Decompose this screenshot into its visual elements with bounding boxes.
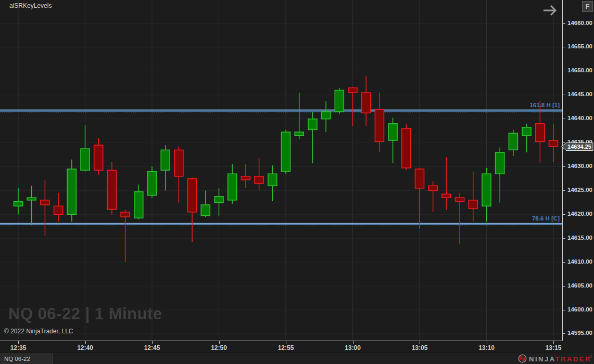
bottom-tab-bar: NQ 06-22 NINJATRADER® [0,353,594,364]
price-axis-tick [563,23,565,24]
time-axis-tick [152,341,153,344]
price-tick-label: 14655.00 [567,43,592,49]
candle [67,160,76,222]
candle [201,191,210,217]
ninjatrader-chart-window: NQ 06-22 | 1 Minute © 2022 NinjaTrader, … [0,0,594,364]
price-tick-label: 14605.00 [567,282,592,289]
time-tick-label: 13:00 [342,344,364,352]
candle [228,164,237,204]
candle [442,157,451,210]
price-tick-label: 14595.00 [567,330,592,336]
candle [14,188,23,215]
time-tick-label: 13:05 [408,344,431,352]
candle [41,180,49,236]
candle [362,76,371,126]
sr-level-label: 78.6 H [C] [532,215,560,222]
ninjatrader-logo-icon [518,354,527,363]
time-axis-tick [420,341,420,344]
candlestick-chart: 161.8 H [1]78.6 H [C] [0,0,562,341]
price-axis-tick [563,47,565,47]
price-tick-label: 14660.00 [567,20,592,26]
candle [295,93,304,139]
time-axis-tick [219,341,220,344]
candle [54,193,63,222]
time-axis-tick [18,341,19,344]
time-axis-tick [286,341,286,344]
price-axis-tick [563,238,565,239]
fixed-scale-button[interactable]: F [582,1,593,12]
go-to-end-arrow-icon[interactable] [542,3,559,18]
brand-registered-mark: ® [590,355,592,358]
candle [402,124,411,171]
candle [496,148,504,203]
candle [255,159,263,191]
price-axis-tick [563,333,565,334]
indicator-name-label: aiSRKeyLevels [9,2,52,9]
candle [522,124,531,152]
candle [282,129,290,174]
time-tick-label: 12:55 [274,344,297,352]
price-tick-label: 14650.00 [567,67,592,73]
time-tick-label: 13:10 [475,344,498,352]
time-axis-tick [85,341,86,344]
candle [308,112,317,163]
price-axis-tick [563,190,565,191]
candle [214,188,223,216]
price-tick-label: 14645.00 [567,91,592,97]
svg-text:14634.25: 14634.25 [567,144,591,150]
candle [148,167,157,198]
brand-ninja: NINJA [529,355,555,363]
time-tick-label: 12:40 [74,344,97,352]
candle [134,185,143,219]
candle [335,88,344,114]
time-axis-tick [353,341,353,344]
sr-level-line[interactable]: 161.8 H [1] [0,102,562,112]
candle [482,168,491,222]
price-axis-tick [563,166,565,167]
candle [241,164,250,188]
price-axis-tick [563,310,565,310]
sr-level-label: 161.8 H [1] [529,102,560,108]
copyright-notice: © 2022 NinjaTrader, LLC [4,328,73,335]
candle [428,181,437,212]
candle [322,101,331,132]
candle [27,186,36,225]
candle [509,129,517,156]
time-tick-label: 12:50 [208,344,231,352]
price-axis-tick [563,95,565,95]
candle [469,172,477,222]
price-axis-tick [563,119,565,119]
time-tick-label: 12:35 [7,344,30,352]
candle [375,93,384,152]
brand-trader: TRADER [555,355,591,363]
candle [388,118,397,163]
time-tick-label: 13:15 [542,344,565,352]
candle [121,210,130,262]
candle [188,177,197,242]
time-axis[interactable]: 12:3512:4012:4512:5012:5513:0013:0513:10… [0,341,562,353]
sr-level-line[interactable]: 78.6 H [C] [0,215,562,226]
chart-plot-area[interactable]: 161.8 H [1]78.6 H [C] [0,0,562,341]
price-axis-tick [563,286,565,287]
candle [174,147,183,203]
candle [456,193,464,244]
price-axis[interactable]: 14660.0014655.0014650.0014645.0014640.00… [562,0,594,341]
price-tick-label: 14600.00 [567,306,592,313]
time-axis-tick [487,341,487,344]
candle [549,124,558,162]
candle [107,162,116,214]
candle [81,125,90,172]
price-tick-label: 14625.00 [567,187,592,193]
price-tick-label: 14620.00 [567,211,592,217]
price-axis-tick [563,71,565,71]
time-axis-tick [553,341,554,344]
candle [268,165,277,201]
last-price-marker: 14634.25 [561,142,593,151]
price-axis-tick [563,262,565,263]
candle [94,138,103,175]
tab-nq-06-22[interactable]: NQ 06-22 [0,353,53,364]
price-tick-label: 14610.00 [567,258,592,265]
price-axis-tick [563,214,565,215]
ninjatrader-brand: NINJATRADER® [518,353,592,364]
price-tick-label: 14640.00 [567,115,592,121]
